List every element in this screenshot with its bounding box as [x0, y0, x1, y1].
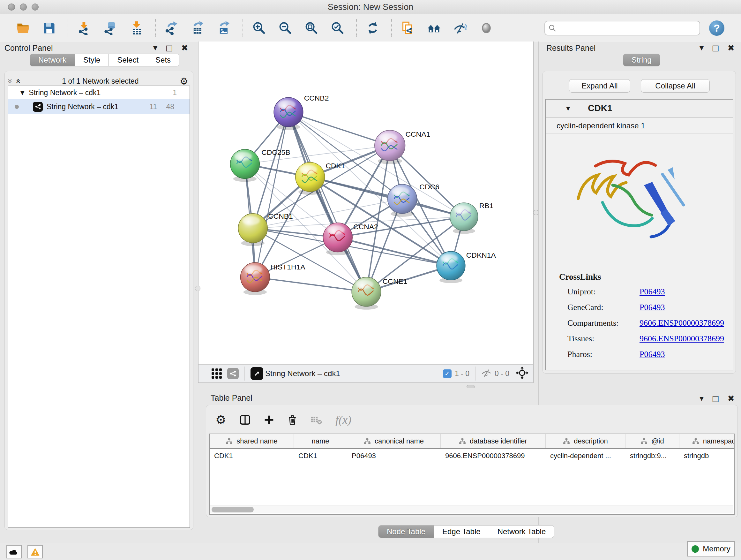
fit-selected-crosshair-icon[interactable] — [516, 367, 529, 381]
tab-string[interactable]: String — [623, 54, 660, 66]
column-header-description[interactable]: description — [546, 434, 625, 448]
search-input[interactable] — [559, 22, 699, 35]
grid-view-icon[interactable] — [211, 368, 222, 379]
close-panel-icon[interactable]: ✖ — [728, 43, 735, 53]
crosslink-uniprot-link[interactable]: P06493 — [639, 287, 665, 297]
help-button[interactable]: ? — [709, 20, 724, 36]
network-edge-CCNB2-CCNA1[interactable] — [288, 112, 390, 145]
network-row-selected[interactable]: String Network – cdk1 11 48 — [8, 99, 190, 114]
cell-canonical-name[interactable]: P06493 — [347, 449, 441, 463]
cell-namespace[interactable]: stringdb — [679, 449, 735, 463]
table-options-gear-icon[interactable]: ⚙ — [215, 413, 226, 427]
tab-node-table[interactable]: Node Table — [378, 525, 434, 538]
table-row[interactable]: CDK1 CDK1 P06493 9606.ENSP00000378699 cy… — [210, 449, 735, 463]
hide-unhide-button[interactable] — [451, 18, 469, 38]
tab-edge-table[interactable]: Edge Table — [434, 525, 489, 538]
horizontal-scrollbar[interactable] — [210, 505, 733, 513]
collapse-all-button[interactable]: Collapse All — [641, 79, 710, 92]
tab-style[interactable]: Style — [75, 54, 109, 66]
network-node-CDC6[interactable]: CDC6 — [388, 183, 440, 217]
network-node-CDK1[interactable]: CDK1 — [295, 162, 345, 195]
warnings-button[interactable] — [27, 545, 43, 558]
column-header-namespace[interactable]: namespace — [679, 434, 735, 448]
cell-database-identifier[interactable]: 9606.ENSP00000378699 — [441, 449, 546, 463]
tab-select[interactable]: Select — [109, 54, 147, 66]
export-table-button[interactable] — [189, 18, 207, 38]
crosslink-tissues-link[interactable]: 9606.ENSP00000378699 — [639, 334, 724, 344]
zoom-in-button[interactable] — [250, 18, 268, 38]
network-collection-row[interactable]: ▼ String Network – cdk1 1 — [8, 86, 190, 99]
tab-sets[interactable]: Sets — [147, 54, 179, 66]
cloud-status-button[interactable] — [6, 545, 22, 558]
zoom-selected-button[interactable] — [329, 18, 347, 38]
close-panel-icon[interactable]: ✖ — [181, 43, 188, 53]
expand-all-networks-icon[interactable]: « — [14, 78, 23, 84]
float-panel-icon[interactable]: ▼ — [699, 45, 704, 51]
create-column-plus-icon[interactable] — [264, 415, 274, 425]
collection-expander-icon[interactable]: ▼ — [20, 90, 24, 96]
export-network-button[interactable] — [163, 18, 181, 38]
selected-checkbox-icon[interactable]: ✓ — [443, 369, 452, 378]
network-node-CDC25B[interactable]: CDC25B — [230, 148, 290, 182]
highlight-button[interactable] — [477, 18, 495, 38]
shared-column-icon — [692, 438, 699, 444]
gene-expander-icon[interactable]: ▼ — [566, 105, 570, 111]
maximize-panel-icon[interactable]: □ — [712, 394, 719, 403]
zoom-fit-button[interactable] — [302, 18, 320, 38]
refresh-button[interactable] — [364, 18, 382, 38]
float-panel-icon[interactable]: ▼ — [699, 395, 704, 401]
column-header-shared-name[interactable]: shared name — [210, 434, 294, 448]
column-header-id[interactable]: @id — [625, 434, 679, 448]
main-toolbar: ? — [0, 14, 741, 42]
import-database-button[interactable] — [102, 18, 119, 38]
network-edge-HIST1H1A-CCNE1[interactable] — [255, 277, 366, 292]
crosslink-genecard-link[interactable]: P06493 — [639, 303, 665, 312]
import-table-button[interactable] — [128, 18, 145, 38]
import-network-button[interactable] — [75, 18, 93, 38]
tab-network-table[interactable]: Network Table — [489, 525, 555, 538]
column-header-database-identifier[interactable]: database identifier — [441, 434, 546, 448]
cell-description[interactable]: cyclin-dependent ... — [546, 449, 625, 463]
network-node-HIST1H1A[interactable]: HIST1H1A — [240, 262, 306, 295]
network-options-gear-icon[interactable]: ⚙ — [180, 76, 188, 87]
crosslink-compartments-link[interactable]: 9606.ENSP00000378699 — [639, 318, 724, 328]
memory-button[interactable]: Memory — [687, 541, 735, 557]
close-panel-icon[interactable]: ✖ — [728, 394, 735, 403]
horizontal-splitter-handle[interactable] — [467, 385, 475, 388]
string-style-icon[interactable] — [227, 368, 239, 379]
float-panel-icon[interactable]: ▼ — [153, 45, 157, 51]
tab-network[interactable]: Network — [30, 54, 75, 66]
zoom-out-button[interactable] — [276, 18, 294, 38]
left-splitter-handle[interactable] — [195, 286, 200, 291]
hidden-eye-icon[interactable] — [481, 369, 491, 378]
toolbar-separator — [356, 19, 357, 37]
delete-column-trash-icon[interactable] — [287, 415, 297, 425]
node-label-CDC25B: CDC25B — [261, 148, 290, 157]
crosslink-pharos-link[interactable]: P06493 — [639, 350, 665, 359]
shared-column-icon — [364, 438, 371, 444]
network-node-CCNA1[interactable]: CCNA1 — [375, 130, 430, 164]
save-session-button[interactable] — [40, 18, 58, 38]
birds-eye-view-icon[interactable] — [251, 367, 263, 380]
column-header-canonical-name[interactable]: canonical name — [347, 434, 441, 448]
cell-name[interactable]: CDK1 — [294, 449, 347, 463]
maximize-panel-icon[interactable]: □ — [712, 44, 719, 52]
gene-header-row[interactable]: ▼ CDK1 — [546, 100, 733, 118]
expand-all-button[interactable]: Expand All — [569, 79, 630, 92]
cell-shared-name[interactable]: CDK1 — [210, 449, 294, 463]
show-columns-icon[interactable] — [240, 415, 251, 425]
network-node-CDKN1A[interactable]: CDKN1A — [436, 251, 496, 283]
clone-network-button[interactable] — [399, 18, 417, 38]
column-header-name[interactable]: name — [294, 434, 347, 448]
export-image-button[interactable] — [215, 18, 233, 38]
open-session-button[interactable] — [14, 18, 32, 38]
cell-id[interactable]: stringdb:9... — [625, 449, 679, 463]
home-button[interactable] — [425, 18, 443, 38]
network-canvas[interactable]: CCNB2CCNA1CDC25BCDK1CDC6RB1CCNB1CCNA2CDK… — [198, 42, 534, 364]
scrollbar-thumb[interactable] — [212, 507, 254, 512]
network-view-toolbar: String Network – cdk1 ✓ 1 - 0 0 - 0 — [198, 364, 534, 383]
edge-count: 48 — [166, 103, 174, 111]
maximize-panel-icon[interactable]: □ — [165, 44, 173, 52]
network-node-RB1[interactable]: RB1 — [450, 201, 493, 234]
network-edge-CDK1-RB1[interactable] — [310, 177, 464, 217]
